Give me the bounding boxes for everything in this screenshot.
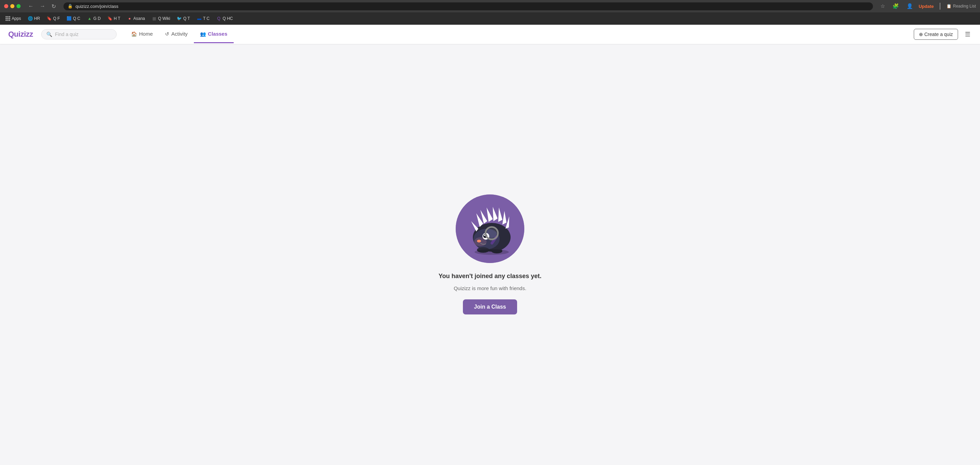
traffic-lights	[4, 4, 21, 8]
hedgehog-svg	[456, 194, 524, 263]
browser-chrome: ← → ↻ 🔒 quizizz.com/join/class ☆ 🧩 👤 Upd…	[0, 0, 980, 25]
refresh-button[interactable]: ↻	[49, 2, 58, 10]
bookmark-asana[interactable]: ● Asana	[124, 15, 148, 22]
mascot-illustration	[456, 194, 524, 263]
quizizz-logo[interactable]: Quizizz	[8, 30, 33, 39]
bookmark-tc-label: T C	[203, 16, 210, 21]
forward-button[interactable]: →	[38, 2, 47, 10]
browser-actions: ☆ 🧩 👤 Update 📋 Reading List	[878, 2, 976, 10]
bookmark-ht[interactable]: 🔖 H T	[105, 15, 123, 22]
bookmark-star-button[interactable]: ☆	[878, 2, 887, 10]
create-quiz-button[interactable]: ⊕ Create a quiz	[914, 29, 958, 40]
bookmark-qwiki-label: Q Wiki	[158, 16, 170, 21]
bookmark-hr-label: HR	[34, 16, 40, 21]
bookmark-gd-label: G D	[93, 16, 100, 21]
search-placeholder: Find a quiz	[55, 32, 78, 37]
bookmarks-bar: Apps 🌐 HR 🔖 Q F 🟦 Q C ▲ G D 🔖 H T ● Asan…	[0, 12, 980, 25]
asana-icon: ●	[127, 16, 132, 21]
bookmark-hr[interactable]: 🌐 HR	[25, 15, 43, 22]
bookmark-apps[interactable]: Apps	[3, 15, 24, 22]
search-icon: 🔍	[46, 32, 52, 37]
svg-point-15	[477, 240, 481, 243]
search-bar[interactable]: 🔍 Find a quiz	[41, 29, 117, 40]
empty-state-title: You haven't joined any classes yet.	[439, 273, 541, 280]
nav-activity-label: Activity	[171, 31, 188, 37]
bookmark-apps-label: Apps	[12, 16, 21, 21]
activity-icon: ↺	[165, 31, 169, 37]
bookmark-qhc[interactable]: Q Q HC	[214, 15, 236, 22]
qwiki-icon: ▦	[152, 16, 157, 21]
classes-icon: 👥	[200, 31, 206, 37]
apps-grid-icon	[5, 16, 10, 21]
bookmark-qf-label: Q F	[53, 16, 60, 21]
gd-icon: ▲	[87, 16, 92, 21]
bookmark-qt[interactable]: 🐦 Q T	[174, 15, 193, 22]
svg-point-21	[474, 249, 509, 255]
nav-activity[interactable]: ↺ Activity	[159, 25, 194, 43]
trello-icon: ▬	[197, 16, 202, 21]
logo-text: Quizizz	[8, 30, 33, 39]
nav-links: 🏠 Home ↺ Activity 👥 Classes	[125, 25, 233, 43]
url-text: quizizz.com/join/class	[75, 4, 118, 9]
back-button[interactable]: ←	[26, 2, 36, 10]
profile-button[interactable]: 👤	[905, 2, 915, 10]
browser-navigation: ← → ↻	[26, 2, 58, 10]
reading-list-icon: 📋	[947, 4, 951, 9]
nav-home-label: Home	[139, 31, 153, 37]
main-content: You haven't joined any classes yet. Quiz…	[0, 44, 980, 465]
qc-icon: 🟦	[67, 16, 72, 21]
bookmark-qf[interactable]: 🔖 Q F	[44, 15, 63, 22]
maximize-window-button[interactable]	[16, 4, 21, 8]
qhc-icon: Q	[216, 16, 221, 21]
nav-home[interactable]: 🏠 Home	[125, 25, 159, 43]
nav-right-actions: ⊕ Create a quiz ☰	[914, 29, 972, 40]
bookmark-qc-label: Q C	[73, 16, 80, 21]
browser-titlebar: ← → ↻ 🔒 quizizz.com/join/class ☆ 🧩 👤 Upd…	[0, 0, 980, 12]
hamburger-menu-button[interactable]: ☰	[964, 29, 972, 40]
ht-icon: 🔖	[107, 16, 112, 21]
reading-list-label: Reading List	[953, 4, 976, 9]
security-icon: 🔒	[68, 4, 73, 9]
empty-state-subtitle: Quizizz is more fun with friends.	[453, 285, 527, 291]
bookmark-asana-label: Asana	[134, 16, 145, 21]
close-window-button[interactable]	[4, 4, 8, 8]
bookmark-qt-label: Q T	[183, 16, 190, 21]
extensions-button[interactable]: 🧩	[891, 2, 901, 10]
qf-icon: 🔖	[47, 16, 52, 21]
nav-classes[interactable]: 👥 Classes	[194, 25, 234, 43]
top-navigation: Quizizz 🔍 Find a quiz 🏠 Home ↺ Activity …	[0, 25, 980, 44]
bookmark-gd[interactable]: ▲ G D	[84, 15, 103, 22]
nav-classes-label: Classes	[208, 31, 228, 37]
bookmark-qhc-label: Q HC	[223, 16, 233, 21]
empty-state: You haven't joined any classes yet. Quiz…	[439, 194, 541, 314]
update-button[interactable]: Update	[919, 4, 934, 9]
reading-list-button[interactable]: 📋 Reading List	[947, 4, 976, 9]
hr-icon: 🌐	[28, 16, 33, 21]
join-class-button[interactable]: Join a Class	[463, 299, 517, 314]
bookmark-tc[interactable]: ▬ T C	[194, 15, 212, 22]
svg-point-18	[487, 229, 496, 238]
minimize-window-button[interactable]	[10, 4, 14, 8]
bookmark-qc[interactable]: 🟦 Q C	[64, 15, 83, 22]
divider	[940, 3, 940, 10]
bookmark-ht-label: H T	[114, 16, 120, 21]
quizizz-app: Quizizz 🔍 Find a quiz 🏠 Home ↺ Activity …	[0, 25, 980, 465]
bookmark-qwiki[interactable]: ▦ Q Wiki	[149, 15, 173, 22]
twitter-icon: 🐦	[177, 16, 182, 21]
address-bar[interactable]: 🔒 quizizz.com/join/class	[64, 2, 873, 10]
home-icon: 🏠	[131, 31, 137, 37]
